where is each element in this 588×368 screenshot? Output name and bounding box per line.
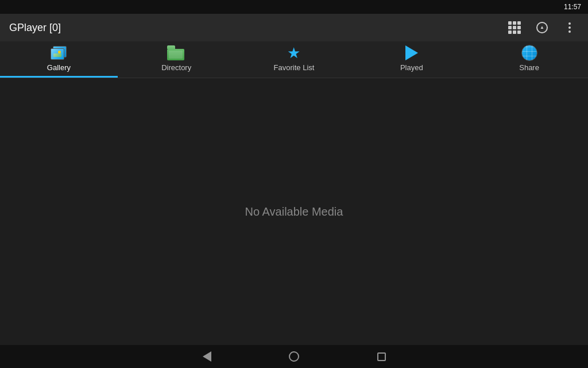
played-tab-icon: [403, 45, 421, 61]
home-button[interactable]: [285, 347, 303, 366]
tab-share[interactable]: Share: [470, 41, 588, 78]
favorite-tab-icon: ★: [285, 45, 303, 61]
recents-icon: [377, 352, 386, 361]
grid-view-button[interactable]: [505, 18, 524, 37]
status-bar: 11:57: [0, 0, 588, 14]
share-tab-label: Share: [519, 63, 539, 72]
recents-button[interactable]: [372, 347, 390, 366]
back-button[interactable]: [198, 347, 216, 366]
tab-bar: Gallery Directory ★ Favorite List Played…: [0, 41, 588, 78]
app-bar-actions: [505, 18, 579, 37]
share-tab-icon: [520, 45, 539, 61]
home-icon: [289, 351, 299, 362]
gallery-tab-icon: [49, 45, 68, 61]
tab-favorite[interactable]: ★ Favorite List: [235, 41, 353, 78]
play-icon: [405, 45, 418, 60]
back-icon: [203, 351, 211, 362]
up-arrow-icon: [536, 22, 548, 33]
main-content: No Available Media: [0, 78, 588, 345]
tab-directory[interactable]: Directory: [118, 41, 235, 78]
folder-icon: [167, 45, 185, 60]
tab-gallery[interactable]: Gallery: [0, 41, 118, 78]
gallery-icon: [49, 45, 68, 61]
gallery-tab-label: Gallery: [47, 63, 71, 72]
more-options-button[interactable]: [560, 18, 579, 37]
directory-tab-icon: [167, 45, 185, 61]
status-time: 11:57: [564, 3, 581, 11]
played-tab-label: Played: [400, 63, 423, 72]
grid-icon: [508, 21, 521, 34]
directory-tab-label: Directory: [161, 63, 191, 72]
star-icon: ★: [287, 45, 300, 60]
empty-media-message: No Available Media: [245, 205, 343, 218]
app-title: GPlayer [0]: [9, 22, 61, 34]
globe-icon: [521, 45, 537, 61]
scroll-up-button[interactable]: [533, 18, 551, 37]
app-bar: GPlayer [0]: [0, 14, 588, 41]
more-icon: [568, 22, 571, 33]
tab-played[interactable]: Played: [353, 41, 470, 78]
bottom-nav: [0, 345, 588, 368]
favorite-tab-label: Favorite List: [274, 63, 315, 72]
